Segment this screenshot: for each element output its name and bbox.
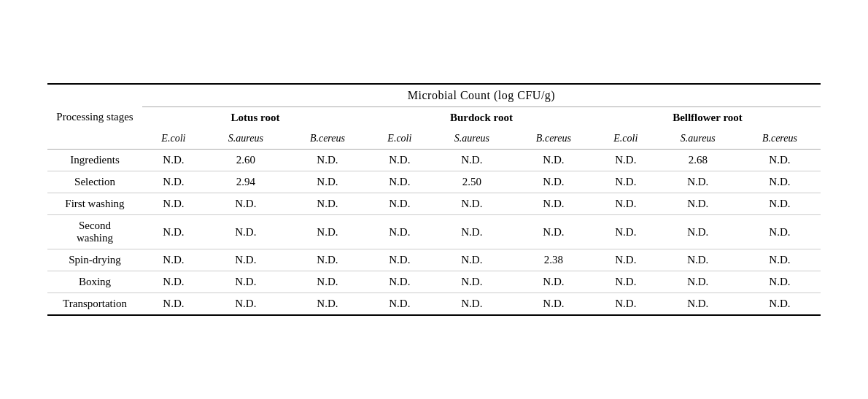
data-cell: N.D. [657,293,739,316]
data-cell: N.D. [205,293,287,316]
data-cell: N.D. [594,215,657,249]
stage-cell: Secondwashing [47,215,142,249]
data-cell: N.D. [594,249,657,271]
data-cell: 2.94 [205,171,287,193]
stage-cell: Ingredients [47,150,142,171]
sub-col-saureus-3: S.aureus [657,128,739,150]
data-cell: N.D. [594,171,657,193]
main-title: Microbial Count (log CFU/g) [142,84,821,107]
lotus-root-header: Lotus root [142,107,368,129]
data-cell: N.D. [513,293,594,316]
sub-col-ecoli-3: E.coli [594,128,657,150]
sub-col-saureus-1: S.aureus [205,128,287,150]
data-cell: N.D. [287,249,368,271]
data-cell: N.D. [142,249,205,271]
stage-cell: Selection [47,171,142,193]
data-cell: N.D. [287,150,368,171]
data-cell: N.D. [594,150,657,171]
data-cell: N.D. [513,193,594,215]
data-cell: N.D. [431,249,513,271]
data-cell: N.D. [287,271,368,293]
sub-col-bcereus-2: B.cereus [513,128,594,150]
data-cell: N.D. [142,293,205,316]
data-cell: N.D. [657,193,739,215]
data-cell: N.D. [513,271,594,293]
data-cell: N.D. [205,193,287,215]
data-cell: N.D. [287,215,368,249]
data-cell: N.D. [513,150,594,171]
data-cell: N.D. [739,171,821,193]
data-cell: N.D. [431,150,513,171]
data-cell: N.D. [142,271,205,293]
data-cell: N.D. [368,249,431,271]
data-cell: 2.50 [431,171,513,193]
data-cell: N.D. [142,171,205,193]
data-cell: N.D. [142,150,205,171]
data-cell: N.D. [368,193,431,215]
data-cell: N.D. [431,293,513,316]
data-cell: N.D. [739,293,821,316]
sub-col-saureus-2: S.aureus [431,128,513,150]
data-cell: N.D. [739,215,821,249]
data-cell: N.D. [205,271,287,293]
sub-col-bcereus-1: B.cereus [287,128,368,150]
data-cell: 2.60 [205,150,287,171]
data-cell: N.D. [287,193,368,215]
data-cell: N.D. [368,271,431,293]
data-cell: N.D. [657,249,739,271]
table-wrapper: Processing stages Microbial Count (log C… [47,83,821,316]
data-cell: N.D. [513,171,594,193]
data-cell: N.D. [594,271,657,293]
stage-cell: First washing [47,193,142,215]
data-cell: 2.68 [657,150,739,171]
data-cell: N.D. [431,193,513,215]
stage-cell: Boxing [47,271,142,293]
bellflower-root-header: Bellflower root [594,107,821,129]
data-cell: N.D. [657,171,739,193]
data-cell: N.D. [368,150,431,171]
data-cell: N.D. [205,215,287,249]
data-cell: N.D. [287,293,368,316]
data-cell: N.D. [594,293,657,316]
sub-col-ecoli-1: E.coli [142,128,205,150]
data-cell: N.D. [431,215,513,249]
data-cell: N.D. [142,215,205,249]
data-cell: N.D. [739,193,821,215]
sub-col-ecoli-2: E.coli [368,128,431,150]
microbial-count-table: Processing stages Microbial Count (log C… [47,83,821,316]
data-cell: N.D. [739,249,821,271]
data-cell: N.D. [739,271,821,293]
data-cell: N.D. [368,171,431,193]
sub-col-bcereus-3: B.cereus [739,128,821,150]
stage-cell: Transportation [47,293,142,316]
data-cell: N.D. [657,271,739,293]
data-cell: N.D. [513,215,594,249]
data-cell: N.D. [431,271,513,293]
data-cell: N.D. [594,193,657,215]
data-cell: N.D. [368,215,431,249]
data-cell: N.D. [142,193,205,215]
data-cell: N.D. [287,171,368,193]
data-cell: N.D. [368,293,431,316]
stage-cell: Spin-drying [47,249,142,271]
data-cell: 2.38 [513,249,594,271]
burdock-root-header: Burdock root [368,107,594,129]
data-cell: N.D. [739,150,821,171]
data-cell: N.D. [205,249,287,271]
data-cell: N.D. [657,215,739,249]
processing-stages-header: Processing stages [47,84,142,150]
